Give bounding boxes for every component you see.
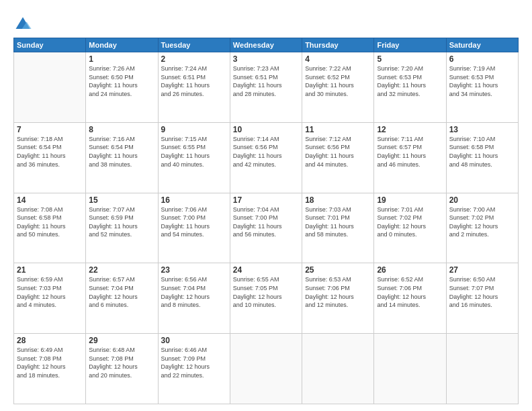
day-number: 1	[89, 54, 154, 64]
day-info-line: and 50 minutes.	[17, 231, 60, 238]
calendar-cell	[302, 334, 374, 404]
day-info-line: Sunrise: 7:08 AM	[17, 206, 63, 213]
day-info-line: Daylight: 11 hours	[89, 223, 138, 230]
day-number: 20	[449, 195, 515, 205]
day-info-line: and 30 minutes.	[305, 91, 348, 97]
week-row-5: 28Sunrise: 6:49 AMSunset: 7:08 PMDayligh…	[14, 334, 519, 404]
day-header-monday: Monday	[86, 38, 158, 52]
day-info-line: Sunrise: 7:06 AM	[161, 206, 208, 213]
calendar-cell	[230, 334, 302, 404]
day-info-line: Daylight: 11 hours	[89, 82, 138, 89]
day-info-line: Sunset: 6:58 PM	[17, 214, 62, 221]
calendar-cell: 8Sunrise: 7:16 AMSunset: 6:54 PMDaylight…	[86, 122, 158, 193]
day-info: Sunrise: 7:16 AMSunset: 6:54 PMDaylight:…	[89, 135, 154, 169]
day-info-line: Daylight: 12 hours	[89, 363, 138, 370]
day-number: 23	[161, 265, 227, 275]
day-info-line: Sunrise: 6:48 AM	[89, 347, 135, 353]
day-number: 3	[233, 54, 299, 64]
calendar-cell: 6Sunrise: 7:19 AMSunset: 6:53 PMDaylight…	[446, 52, 518, 123]
day-header-row: SundayMondayTuesdayWednesdayThursdayFrid…	[14, 38, 519, 52]
day-info-line: and 48 minutes.	[449, 161, 492, 168]
day-info-line: Sunset: 7:04 PM	[161, 285, 206, 291]
logo	[13, 15, 35, 34]
day-number: 19	[377, 195, 443, 205]
day-info-line: Daylight: 11 hours	[233, 82, 282, 89]
day-info-line: Sunset: 7:06 PM	[377, 285, 422, 291]
day-number: 22	[89, 265, 154, 275]
day-number: 2	[161, 54, 227, 64]
calendar-cell: 18Sunrise: 7:03 AMSunset: 7:01 PMDayligh…	[302, 193, 374, 263]
day-info-line: Sunrise: 7:01 AM	[377, 206, 423, 213]
calendar-cell: 9Sunrise: 7:15 AMSunset: 6:55 PMDaylight…	[158, 122, 230, 193]
day-info-line: Daylight: 12 hours	[89, 293, 138, 300]
day-info-line: Sunrise: 6:55 AM	[233, 276, 279, 283]
day-info-line: Daylight: 11 hours	[233, 152, 282, 159]
day-info-line: and 20 minutes.	[89, 372, 132, 379]
day-info: Sunrise: 7:22 AMSunset: 6:52 PMDaylight:…	[305, 64, 371, 98]
day-info-line: Sunset: 6:53 PM	[377, 74, 422, 81]
day-info-line: Sunrise: 6:46 AM	[161, 347, 208, 353]
day-number: 28	[17, 336, 83, 345]
day-info-line: Daylight: 11 hours	[305, 223, 354, 230]
day-info-line: Sunset: 7:00 PM	[233, 214, 278, 221]
day-info-line: Sunrise: 7:22 AM	[305, 65, 351, 72]
day-info-line: and 16 minutes.	[449, 302, 492, 308]
calendar-cell: 16Sunrise: 7:06 AMSunset: 7:00 PMDayligh…	[158, 193, 230, 263]
day-info: Sunrise: 7:11 AMSunset: 6:57 PMDaylight:…	[377, 135, 443, 169]
day-info-line: Sunset: 6:58 PM	[449, 144, 494, 150]
day-info-line: and 52 minutes.	[89, 231, 132, 238]
day-info-line: Sunrise: 7:00 AM	[449, 206, 496, 213]
day-number: 13	[449, 125, 515, 134]
day-number: 4	[305, 54, 371, 64]
day-number: 7	[17, 125, 83, 134]
day-info: Sunrise: 7:18 AMSunset: 6:54 PMDaylight:…	[17, 135, 83, 169]
day-info: Sunrise: 7:08 AMSunset: 6:58 PMDaylight:…	[17, 205, 83, 239]
day-info-line: Sunset: 7:09 PM	[161, 355, 206, 362]
calendar-cell: 11Sunrise: 7:12 AMSunset: 6:56 PMDayligh…	[302, 122, 374, 193]
day-info-line: Sunset: 6:56 PM	[305, 144, 350, 150]
day-info-line: Sunset: 7:08 PM	[17, 355, 62, 362]
calendar-body: 1Sunrise: 7:26 AMSunset: 6:50 PMDaylight…	[14, 52, 519, 404]
day-info-line: Sunrise: 7:14 AM	[233, 136, 279, 142]
day-info-line: Daylight: 12 hours	[17, 293, 66, 300]
day-info: Sunrise: 7:23 AMSunset: 6:51 PMDaylight:…	[233, 64, 299, 98]
day-info: Sunrise: 7:04 AMSunset: 7:00 PMDaylight:…	[233, 205, 299, 239]
calendar-cell	[446, 334, 518, 404]
calendar-cell	[374, 334, 446, 404]
calendar-cell: 25Sunrise: 6:53 AMSunset: 7:06 PMDayligh…	[302, 263, 374, 334]
day-number: 30	[161, 336, 227, 345]
day-info-line: Daylight: 12 hours	[449, 293, 498, 300]
day-header-tuesday: Tuesday	[158, 38, 230, 52]
day-info: Sunrise: 7:07 AMSunset: 6:59 PMDaylight:…	[89, 205, 154, 239]
day-info-line: Daylight: 11 hours	[161, 82, 210, 89]
day-info-line: and 0 minutes.	[377, 231, 416, 238]
day-info-line: Sunrise: 6:56 AM	[161, 276, 208, 283]
day-info-line: Daylight: 11 hours	[449, 152, 498, 159]
day-info-line: Daylight: 11 hours	[17, 223, 66, 230]
day-info-line: and 26 minutes.	[161, 91, 204, 97]
calendar-cell: 29Sunrise: 6:48 AMSunset: 7:08 PMDayligh…	[86, 334, 158, 404]
day-info-line: and 8 minutes.	[161, 302, 201, 308]
day-info: Sunrise: 7:12 AMSunset: 6:56 PMDaylight:…	[305, 135, 371, 169]
day-info: Sunrise: 6:53 AMSunset: 7:06 PMDaylight:…	[305, 275, 371, 309]
day-info: Sunrise: 6:59 AMSunset: 7:03 PMDaylight:…	[17, 275, 83, 309]
day-number: 12	[377, 125, 443, 134]
calendar-cell: 12Sunrise: 7:11 AMSunset: 6:57 PMDayligh…	[374, 122, 446, 193]
day-info-line: Sunrise: 7:10 AM	[449, 136, 496, 142]
calendar-cell: 2Sunrise: 7:24 AMSunset: 6:51 PMDaylight…	[158, 52, 230, 123]
day-info-line: Daylight: 12 hours	[161, 363, 210, 370]
day-number: 16	[161, 195, 227, 205]
day-info-line: Sunrise: 7:07 AM	[89, 206, 135, 213]
day-info-line: and 58 minutes.	[305, 231, 348, 238]
day-info-line: and 22 minutes.	[161, 372, 204, 379]
calendar-cell: 21Sunrise: 6:59 AMSunset: 7:03 PMDayligh…	[14, 263, 86, 334]
day-info: Sunrise: 7:00 AMSunset: 7:02 PMDaylight:…	[449, 205, 515, 239]
calendar-cell: 1Sunrise: 7:26 AMSunset: 6:50 PMDaylight…	[86, 52, 158, 123]
day-info-line: Daylight: 12 hours	[161, 293, 210, 300]
calendar-cell: 4Sunrise: 7:22 AMSunset: 6:52 PMDaylight…	[302, 52, 374, 123]
day-info-line: Sunset: 7:08 PM	[89, 355, 134, 362]
day-number: 15	[89, 195, 154, 205]
day-info-line: Sunrise: 6:49 AM	[17, 347, 63, 353]
day-info-line: Sunrise: 7:03 AM	[305, 206, 351, 213]
day-info-line: Sunrise: 7:12 AM	[305, 136, 351, 142]
